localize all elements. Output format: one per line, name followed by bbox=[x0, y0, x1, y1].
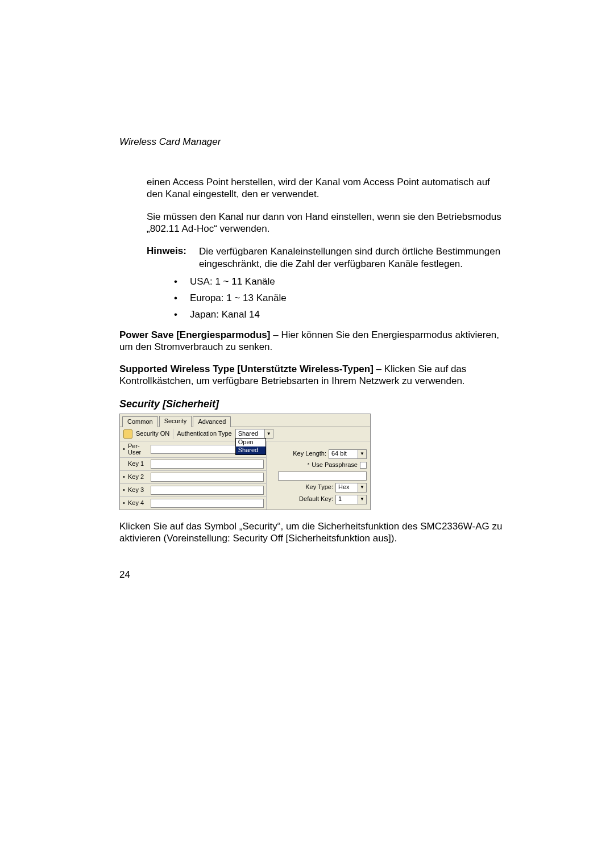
chevron-down-icon[interactable]: ▼ bbox=[264, 429, 273, 438]
key-type-value: Hex bbox=[336, 483, 358, 491]
chevron-down-icon[interactable]: ▼ bbox=[358, 450, 366, 458]
key4-field[interactable] bbox=[151, 499, 264, 508]
tab-common[interactable]: Common bbox=[122, 416, 158, 427]
chevron-down-icon[interactable]: ▼ bbox=[358, 483, 366, 492]
page-number: 24 bbox=[119, 569, 506, 581]
power-save-label: Power Save [Energiesparmodus] bbox=[119, 329, 270, 340]
passphrase-field[interactable] bbox=[278, 471, 367, 481]
hinweis-text: Die verfügbaren Kanaleinstellungen sind … bbox=[199, 245, 506, 270]
security-on-label: Security ON bbox=[136, 430, 169, 438]
key-length-value: 64 bit bbox=[329, 450, 358, 458]
key1-label: Key 1 bbox=[128, 460, 148, 468]
channel-bullet-list: USA: 1 ~ 11 Kanäle Europa: 1 ~ 13 Kanäle… bbox=[174, 276, 506, 321]
section-heading-security: Security [Sicherheit] bbox=[119, 398, 506, 411]
key-type-label: Key Type: bbox=[305, 483, 333, 491]
bullet-europe: Europa: 1 ~ 13 Kanäle bbox=[174, 292, 506, 304]
bullet-icon: • bbox=[122, 446, 126, 453]
default-key-label: Default Key: bbox=[299, 495, 333, 503]
auth-option-shared[interactable]: Shared bbox=[236, 446, 265, 454]
bullet-usa: USA: 1 ~ 11 Kanäle bbox=[174, 276, 506, 287]
wireless-type-label: Supported Wireless Type [Unterstützte Wi… bbox=[119, 364, 374, 374]
auth-type-options: Open Shared bbox=[235, 438, 266, 455]
auth-option-open[interactable]: Open bbox=[236, 439, 265, 446]
paragraph-security-note: Klicken Sie auf das Symbol „Security“, u… bbox=[119, 520, 506, 545]
key3-field[interactable] bbox=[151, 486, 264, 495]
paragraph-power-save: Power Save [Energiesparmodus] – Hier kön… bbox=[119, 329, 506, 353]
paragraph-1: einen Access Point herstellen, wird der … bbox=[147, 176, 506, 201]
key-length-dropdown[interactable]: 64 bit ▼ bbox=[329, 449, 367, 459]
key2-label: Key 2 bbox=[128, 473, 148, 481]
auth-type-dropdown[interactable]: Shared ▼ bbox=[235, 429, 273, 439]
key3-label: Key 3 bbox=[128, 486, 148, 494]
tab-security[interactable]: Security bbox=[159, 416, 192, 427]
tab-bar: Common Security Advanced bbox=[120, 414, 370, 427]
key4-label: Key 4 bbox=[128, 499, 148, 507]
security-dialog-screenshot: Common Security Advanced Security ON Aut… bbox=[119, 414, 371, 510]
divider bbox=[173, 429, 173, 439]
key-length-label: Key Length: bbox=[293, 450, 326, 458]
use-passphrase-checkbox[interactable] bbox=[360, 462, 367, 469]
paragraph-wireless-type: Supported Wireless Type [Unterstützte Wi… bbox=[119, 363, 506, 387]
page-header: Wireless Card Manager bbox=[119, 136, 506, 148]
key2-field[interactable] bbox=[151, 473, 264, 482]
auth-type-value: Shared bbox=[236, 430, 264, 438]
bullet-japan: Japan: Kanal 14 bbox=[174, 308, 506, 320]
default-key-dropdown[interactable]: 1 ▼ bbox=[335, 495, 367, 504]
chevron-down-icon[interactable]: ▼ bbox=[358, 495, 366, 504]
key-type-dropdown[interactable]: Hex ▼ bbox=[335, 483, 367, 493]
key1-field[interactable] bbox=[151, 460, 264, 469]
auth-type-label: Authentication Type bbox=[177, 430, 231, 438]
use-passphrase-label: Use Passphrase bbox=[312, 461, 358, 469]
paragraph-2: Sie müssen den Kanal nur dann von Hand e… bbox=[147, 211, 506, 235]
hinweis-label: Hinweis: bbox=[147, 245, 186, 256]
per-user-label: Per- User bbox=[128, 443, 148, 456]
tab-advanced[interactable]: Advanced bbox=[193, 416, 231, 427]
default-key-value: 1 bbox=[336, 495, 358, 503]
lock-icon[interactable] bbox=[123, 429, 132, 439]
